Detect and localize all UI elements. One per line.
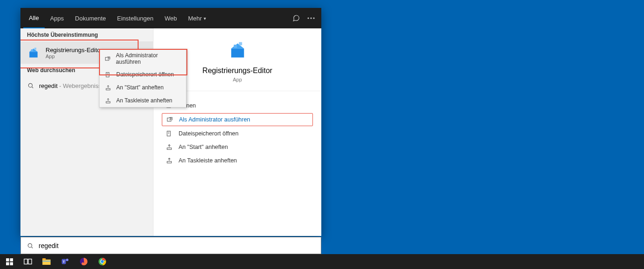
action-open-location-label: Dateispeicherort öffnen xyxy=(179,130,239,137)
svg-point-39 xyxy=(101,260,104,263)
taskbar: T xyxy=(0,254,644,269)
ctx-run-as-admin[interactable]: Als Administrator ausführen xyxy=(100,49,186,68)
action-open-location[interactable]: Dateispeicherort öffnen xyxy=(162,128,313,140)
svg-point-1 xyxy=(310,17,312,19)
action-pin-taskbar[interactable]: An Taskleiste anheften xyxy=(162,155,313,167)
svg-rect-27 xyxy=(10,262,13,265)
ctx-pin-taskbar-label: An Taskleiste anheften xyxy=(116,97,173,104)
svg-rect-3 xyxy=(29,52,38,57)
feedback-icon[interactable] xyxy=(289,8,304,28)
tab-all[interactable]: Alle xyxy=(23,8,45,28)
shield-icon xyxy=(166,116,173,123)
svg-rect-16 xyxy=(167,148,171,150)
search-icon xyxy=(27,82,34,89)
result-title: Registrierungs-Editor xyxy=(46,47,102,54)
svg-rect-11 xyxy=(233,45,237,48)
file-explorer-button[interactable] xyxy=(40,255,53,268)
teams-button[interactable]: T xyxy=(59,255,72,268)
svg-text:T: T xyxy=(63,260,65,264)
start-button[interactable] xyxy=(3,255,16,268)
svg-rect-26 xyxy=(6,262,9,265)
ctx-open-location-label: Dateispeicherort öffnen xyxy=(116,71,174,78)
tab-settings[interactable]: Einstellungen xyxy=(112,8,159,28)
pin-start-icon xyxy=(104,84,112,91)
tab-apps[interactable]: Apps xyxy=(45,8,70,28)
start-search-panel: Alle Apps Dokumente Einstellungen Web Me… xyxy=(20,8,321,236)
regedit-large-icon xyxy=(227,40,248,60)
svg-rect-19 xyxy=(106,72,109,77)
shield-icon xyxy=(104,55,111,62)
action-pin-start[interactable]: An "Start" anheften xyxy=(162,141,313,153)
svg-rect-12 xyxy=(239,42,242,46)
search-bar[interactable] xyxy=(20,237,321,254)
context-menu: Als Administrator ausführen Dateispeiche… xyxy=(99,49,186,108)
svg-rect-15 xyxy=(167,131,170,136)
svg-line-8 xyxy=(32,87,33,88)
detail-subtitle: App xyxy=(233,77,242,82)
svg-line-23 xyxy=(32,247,33,248)
svg-rect-31 xyxy=(42,258,46,260)
action-pin-start-label: An "Start" anheften xyxy=(179,144,228,150)
tab-web[interactable]: Web xyxy=(159,8,183,28)
action-run-as-admin[interactable]: Als Administrator ausführen xyxy=(162,113,313,126)
svg-rect-5 xyxy=(31,49,33,51)
svg-point-34 xyxy=(66,259,68,261)
svg-rect-29 xyxy=(28,259,32,264)
svg-rect-18 xyxy=(106,57,109,61)
chevron-down-icon: ▾ xyxy=(204,16,206,21)
svg-rect-32 xyxy=(42,261,51,262)
svg-point-2 xyxy=(313,17,314,19)
svg-rect-17 xyxy=(167,161,171,163)
search-tabs: Alle Apps Dokumente Einstellungen Web Me… xyxy=(20,8,321,28)
task-view-button[interactable] xyxy=(21,255,34,268)
folder-icon xyxy=(104,71,112,78)
svg-point-7 xyxy=(28,83,32,87)
svg-rect-28 xyxy=(24,259,27,264)
regedit-icon xyxy=(27,46,40,59)
pin-taskbar-icon xyxy=(104,97,112,104)
pin-start-icon xyxy=(166,143,173,151)
svg-rect-25 xyxy=(10,258,13,262)
chrome-button[interactable] xyxy=(96,255,109,268)
svg-rect-14 xyxy=(167,118,171,121)
search-icon xyxy=(27,242,34,249)
svg-rect-9 xyxy=(231,48,244,57)
detail-title: Registrierungs-Editor xyxy=(202,67,272,75)
more-options-icon[interactable] xyxy=(304,8,319,28)
ctx-open-location[interactable]: Dateispeicherort öffnen xyxy=(100,68,186,81)
section-best-match: Höchste Übereinstimmung xyxy=(20,28,153,41)
svg-rect-20 xyxy=(106,88,110,90)
svg-rect-6 xyxy=(34,48,36,50)
ctx-pin-start-label: An "Start" anheften xyxy=(116,84,164,91)
search-input[interactable] xyxy=(39,242,315,249)
svg-rect-24 xyxy=(6,258,9,262)
svg-point-0 xyxy=(307,17,309,19)
web-query-text: regedit xyxy=(39,82,58,89)
action-pin-taskbar-label: An Taskleiste anheften xyxy=(179,157,237,164)
action-run-as-admin-label: Als Administrator ausführen xyxy=(179,116,250,123)
ctx-pin-taskbar[interactable]: An Taskleiste anheften xyxy=(100,94,186,107)
svg-point-22 xyxy=(28,243,32,247)
ctx-pin-start[interactable]: An "Start" anheften xyxy=(100,81,186,94)
pin-taskbar-icon xyxy=(166,157,173,164)
svg-rect-21 xyxy=(106,101,110,103)
tab-more[interactable]: Mehr▾ xyxy=(182,8,212,28)
tab-documents[interactable]: Dokumente xyxy=(69,8,111,28)
result-subtitle: App xyxy=(46,54,102,59)
folder-icon xyxy=(166,130,173,137)
ctx-run-as-admin-label: Als Administrator ausführen xyxy=(116,52,181,65)
firefox-button[interactable] xyxy=(77,255,90,268)
